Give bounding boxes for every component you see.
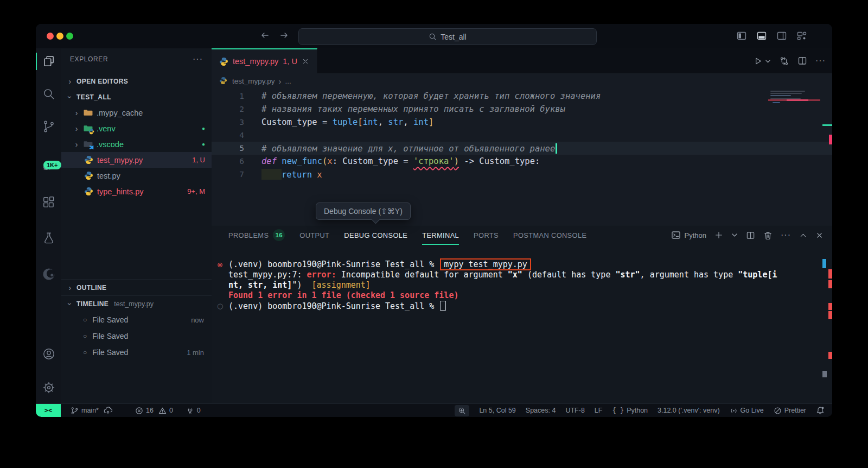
file-row--vscode[interactable]: ›.vscode● <box>61 136 212 152</box>
chevron-right-icon: › <box>67 283 73 292</box>
indentation-item[interactable]: Spaces: 4 <box>526 407 556 414</box>
file-row-type-hints-py[interactable]: type_hints.py9+, M <box>61 184 212 199</box>
close-tab-icon[interactable] <box>302 58 309 65</box>
panel-tab-output[interactable]: OUTPUT <box>299 225 329 245</box>
panel-tab-postman-console[interactable]: POSTMAN CONSOLE <box>513 225 586 245</box>
testing-activity-icon[interactable] <box>36 225 61 251</box>
editor-more-actions-icon[interactable]: ··· <box>815 56 826 66</box>
open-editors-section[interactable]: › OPEN EDITORS <box>61 73 212 89</box>
search-activity-icon[interactable] <box>36 81 61 107</box>
prettier-item[interactable]: Prettier <box>774 407 806 415</box>
code-line[interactable]: 1# объявляем переменную, которая будет х… <box>212 90 832 103</box>
python-interpreter-item[interactable]: 3.12.0 ('.venv': venv) <box>658 407 720 414</box>
new-terminal-icon[interactable] <box>714 231 723 239</box>
go-live-item[interactable]: Go Live <box>730 407 764 415</box>
extensions-activity-icon[interactable] <box>36 189 61 216</box>
eol-item[interactable]: LF <box>595 407 603 414</box>
source-control-badge: 1K+ <box>43 161 61 169</box>
explorer-more-actions-icon[interactable]: ··· <box>193 54 203 64</box>
file-row--mypy-cache[interactable]: ›.mypy_cache <box>61 105 212 121</box>
minimap-error-line <box>768 99 820 101</box>
notifications-bell-icon[interactable] <box>816 406 825 415</box>
command-center-search[interactable]: Test_all <box>298 28 597 45</box>
toggle-panel-icon[interactable] <box>756 30 767 41</box>
terminal-dropdown-icon[interactable] <box>731 232 738 238</box>
titlebar: Test_all <box>36 24 832 48</box>
breadcrumb[interactable]: test_mypy.py › ... <box>212 73 832 88</box>
timeline-item[interactable]: ○File Savednow <box>61 312 212 328</box>
encoding-item[interactable]: UTF-8 <box>565 407 584 414</box>
timeline-section[interactable]: › TIMELINE test_mypy.py <box>61 295 212 312</box>
panel-tab-ports[interactable]: PORTS <box>474 225 499 245</box>
tab-test-mypy[interactable]: test_mypy.py 1, U <box>212 48 317 73</box>
folder-icon <box>84 108 93 117</box>
terminal-shell-label: Python <box>685 231 706 239</box>
file-tree: ›.mypy_cache›.venv●›.vscode●test_mypy.py… <box>61 105 212 199</box>
remote-indicator[interactable]: >< <box>36 404 61 417</box>
account-activity-icon[interactable] <box>36 341 61 367</box>
timeline-circle-icon: ○ <box>83 332 87 340</box>
code-line[interactable]: 2# названия таких переменных принято пис… <box>212 103 832 116</box>
run-python-button[interactable] <box>753 56 771 66</box>
close-window-button[interactable] <box>47 33 54 40</box>
line-number: 7 <box>212 170 244 179</box>
panel-more-actions-icon[interactable]: ··· <box>781 230 791 240</box>
maximize-window-button[interactable] <box>66 33 73 40</box>
terminal-output[interactable]: ⊗(.venv) boombro190@Pink-Sunrise Test_al… <box>228 260 807 312</box>
split-editor-icon[interactable] <box>797 56 807 66</box>
search-icon <box>429 33 437 41</box>
toggle-sidebar-icon[interactable] <box>736 30 747 41</box>
split-terminal-icon[interactable] <box>746 231 755 240</box>
file-row-test-mypy-py[interactable]: test_mypy.py1, U <box>61 152 212 168</box>
language-mode-item[interactable]: { } Python <box>612 407 648 414</box>
file-row-test-py[interactable]: test.py <box>61 168 212 184</box>
timeline-label: File Saved <box>92 332 128 340</box>
chevron-right-icon: › <box>73 124 80 133</box>
terminal-line: test_mypy.py:7: error: Incompatible defa… <box>228 270 807 280</box>
code-line[interactable]: 6def new_func(x: Custom_type = 'строка')… <box>212 155 832 168</box>
cursor-position-item[interactable]: Ln 5, Col 59 <box>479 407 515 414</box>
maximize-panel-icon[interactable] <box>799 231 807 239</box>
source-control-graph-icon[interactable] <box>779 56 789 66</box>
panel-tab-debug-console[interactable]: DEBUG CONSOLE <box>344 225 407 245</box>
timeline-item[interactable]: ○File Saved <box>61 328 212 344</box>
settings-gear-icon[interactable] <box>36 375 61 401</box>
code-line[interactable]: 3Custom_type = tuple[int, str, int] <box>212 116 832 129</box>
code-line[interactable]: 5# объявляем значение для x, отличное от… <box>212 142 832 155</box>
activity-bar: 1K+ <box>36 48 62 404</box>
python-icon <box>84 155 93 165</box>
code-line[interactable]: 7return x <box>212 168 832 181</box>
panel-tab-label: OUTPUT <box>299 231 329 239</box>
customize-layout-icon[interactable] <box>796 30 807 41</box>
kill-terminal-icon[interactable] <box>763 231 773 240</box>
minimize-window-button[interactable] <box>56 33 63 40</box>
code-line-content: def new_func(x: Custom_type = 'строка') … <box>244 156 540 166</box>
outline-section[interactable]: › OUTLINE <box>61 279 212 295</box>
root-folder-section[interactable]: › TEST_ALL <box>61 89 212 105</box>
code-editor[interactable]: 1# объявляем переменную, которая будет х… <box>212 90 832 181</box>
forward-icon[interactable] <box>279 30 290 41</box>
problems-status-item[interactable]: 16 0 <box>135 407 173 415</box>
zoom-status-item[interactable] <box>455 405 469 416</box>
toggle-secondary-sidebar-icon[interactable] <box>776 30 787 41</box>
warning-icon <box>158 407 167 415</box>
close-panel-icon[interactable] <box>815 231 824 239</box>
circular-extension-icon[interactable] <box>36 261 61 287</box>
breadcrumb-file[interactable]: test_mypy.py <box>232 77 275 85</box>
file-row--venv[interactable]: ›.venv● <box>61 121 212 136</box>
explorer-title: EXPLORER <box>70 55 108 63</box>
bottom-panel: PROBLEMS16OUTPUTDEBUG CONSOLETERMINALPOR… <box>212 225 832 404</box>
back-icon[interactable] <box>259 30 270 41</box>
breadcrumb-more[interactable]: ... <box>285 77 291 85</box>
panel-tab-terminal[interactable]: TERMINAL <box>422 225 459 245</box>
ports-status-item[interactable]: 0 <box>186 407 201 415</box>
source-control-activity-icon[interactable] <box>36 113 61 140</box>
git-branch-item[interactable]: main* <box>71 406 112 415</box>
terminal-shell-chip[interactable]: Python <box>671 230 706 240</box>
panel-tab-problems[interactable]: PROBLEMS16 <box>228 225 285 245</box>
panel-tabs: PROBLEMS16OUTPUTDEBUG CONSOLETERMINALPOR… <box>228 225 586 245</box>
explorer-activity-icon[interactable] <box>36 48 61 74</box>
timeline-item[interactable]: ○File Saved1 min <box>61 344 212 361</box>
code-line[interactable]: 4 <box>212 129 832 142</box>
terminal-line: Found 1 error in 1 file (checked 1 sourc… <box>228 290 807 301</box>
